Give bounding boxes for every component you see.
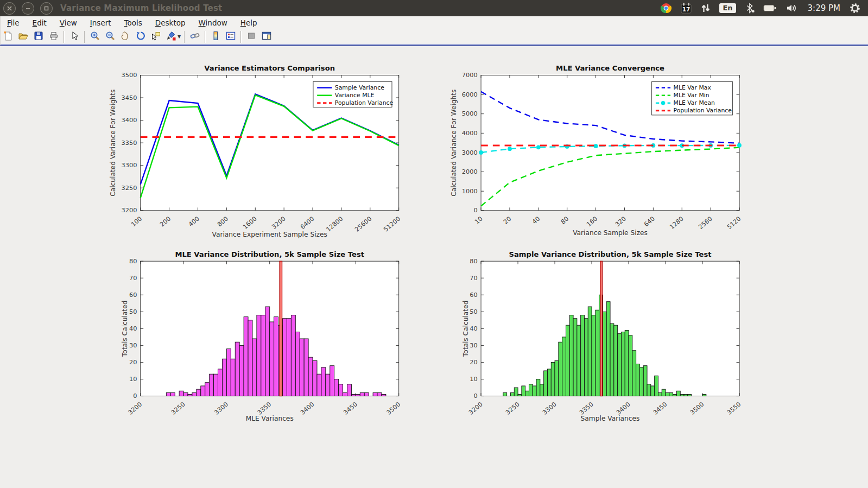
svg-text:7000: 7000 [462, 71, 478, 79]
svg-text:Variance Experiment Sample Siz: Variance Experiment Sample Sizes [212, 231, 327, 238]
svg-text:40: 40 [129, 325, 137, 332]
svg-text:5000: 5000 [462, 110, 478, 117]
open-file-button[interactable] [16, 30, 30, 43]
svg-text:3500: 3500 [122, 71, 137, 79]
print-button[interactable] [47, 30, 61, 43]
insert-colorbar-button[interactable] [208, 30, 223, 43]
plots-svg: Variance Estimators ComparisonVariance E… [0, 46, 868, 488]
svg-text:Totals Calculated: Totals Calculated [462, 301, 470, 358]
system-tray: 17 En [660, 2, 868, 15]
menu-item-edit[interactable]: Edit [26, 17, 53, 28]
svg-text:Population Variance: Population Variance [335, 99, 394, 106]
svg-text:MLE Var Min: MLE Var Min [674, 92, 709, 99]
svg-text:Variance MLE: Variance MLE [335, 92, 375, 99]
open-file-icon [18, 30, 29, 43]
menu-item-tools[interactable]: Tools [118, 17, 149, 28]
svg-text:3350: 3350 [578, 400, 595, 416]
zoom-in-icon [90, 30, 100, 43]
close-button[interactable] [3, 2, 16, 15]
volume-icon[interactable] [785, 2, 800, 14]
svg-text:40: 40 [530, 215, 541, 226]
insert-legend-button[interactable] [224, 30, 238, 43]
svg-text:3500: 3500 [688, 400, 705, 416]
pan-hand-button[interactable] [118, 30, 132, 43]
battery-icon[interactable] [763, 2, 777, 14]
svg-text:70: 70 [470, 274, 477, 282]
calendar-day: 17 [682, 6, 690, 12]
calendar-icon[interactable]: 17 [680, 2, 692, 14]
maximize-button[interactable] [40, 2, 53, 15]
menu-item-desktop[interactable]: Desktop [149, 17, 192, 28]
svg-text:160: 160 [585, 215, 599, 229]
svg-text:Sample Variances: Sample Variances [581, 415, 640, 422]
screen: Variance Estimators ComparisonVariance E… [0, 0, 868, 488]
window-titlebar: Variance Maximum Likelihood Test 17 [0, 0, 868, 16]
zoom-in-button[interactable] [88, 30, 102, 43]
svg-text:6000: 6000 [462, 91, 478, 98]
svg-text:0: 0 [474, 392, 478, 400]
rotate-3d-button[interactable] [134, 30, 148, 43]
zoom-out-icon [105, 30, 116, 43]
brush-button[interactable] [164, 30, 178, 43]
brush-dropdown-arrow[interactable]: ▼ [178, 34, 181, 39]
svg-text:MLE Variance Distribution, 5k: MLE Variance Distribution, 5k Sample Siz… [175, 250, 364, 258]
svg-text:5120: 5120 [725, 215, 742, 231]
population-variance-line [280, 261, 282, 396]
network-arrows-icon[interactable] [700, 2, 711, 14]
svg-text:Variance Estimators Comparison: Variance Estimators Comparison [204, 64, 335, 72]
svg-text:40: 40 [470, 325, 477, 332]
svg-text:200: 200 [159, 215, 173, 229]
svg-text:3300: 3300 [213, 400, 230, 416]
svg-text:3250: 3250 [122, 184, 137, 192]
keyboard-layout-indicator[interactable]: En [719, 3, 736, 13]
figure-canvas: Variance Estimators ComparisonVariance E… [0, 46, 868, 488]
svg-text:1000: 1000 [462, 187, 478, 195]
svg-text:MLE Variances: MLE Variances [246, 415, 294, 422]
hide-plot-tools-button[interactable] [244, 30, 258, 43]
svg-text:3000: 3000 [462, 149, 478, 156]
svg-text:3350: 3350 [122, 139, 137, 147]
svg-text:20: 20 [502, 215, 512, 226]
brush-icon [166, 30, 176, 43]
svg-text:80: 80 [559, 215, 570, 226]
population-variance-line [600, 261, 603, 396]
menu-item-help[interactable]: Help [234, 17, 264, 28]
svg-text:3200: 3200 [467, 400, 484, 416]
svg-text:6400: 6400 [299, 215, 315, 231]
svg-text:10: 10 [470, 375, 477, 383]
data-cursor-button[interactable] [149, 30, 163, 43]
svg-text:640: 640 [642, 215, 656, 229]
window-controls [3, 2, 53, 15]
pointer-button[interactable] [67, 30, 81, 43]
menu-item-file[interactable]: File [1, 17, 26, 28]
svg-text:51200: 51200 [382, 215, 402, 233]
svg-text:0: 0 [474, 206, 478, 214]
bluetooth-icon[interactable] [744, 2, 755, 14]
clock[interactable]: 3:29 PM [808, 3, 840, 13]
svg-text:20: 20 [129, 358, 137, 366]
menu-item-view[interactable]: View [53, 17, 84, 28]
save-button[interactable] [31, 30, 46, 43]
link-plots-icon [189, 30, 200, 43]
svg-text:30: 30 [129, 341, 137, 349]
menu-item-window[interactable]: Window [192, 17, 234, 28]
hide-plot-tools-icon [246, 30, 257, 43]
svg-text:3450: 3450 [651, 400, 668, 416]
show-plot-tools-button[interactable] [259, 30, 274, 43]
chart-2: MLE Variance Distribution, 5k Sample Siz… [121, 250, 402, 422]
pan-hand-icon [120, 30, 131, 43]
svg-text:3300: 3300 [541, 400, 558, 416]
svg-text:20: 20 [470, 358, 477, 366]
svg-text:Sample Variance Distribution,: Sample Variance Distribution, 5k Sample … [509, 250, 712, 258]
link-plots-button[interactable] [188, 30, 202, 43]
svg-text:800: 800 [216, 215, 230, 229]
menu-item-insert[interactable]: Insert [84, 17, 118, 28]
rotate-3d-icon [135, 30, 146, 43]
svg-text:2000: 2000 [462, 168, 478, 175]
new-file-button[interactable] [1, 30, 15, 43]
minimize-button[interactable] [22, 2, 34, 15]
zoom-out-button[interactable] [103, 30, 117, 43]
settings-gear-icon[interactable] [848, 2, 861, 15]
chrome-icon[interactable] [660, 2, 672, 14]
svg-text:0: 0 [133, 392, 137, 400]
